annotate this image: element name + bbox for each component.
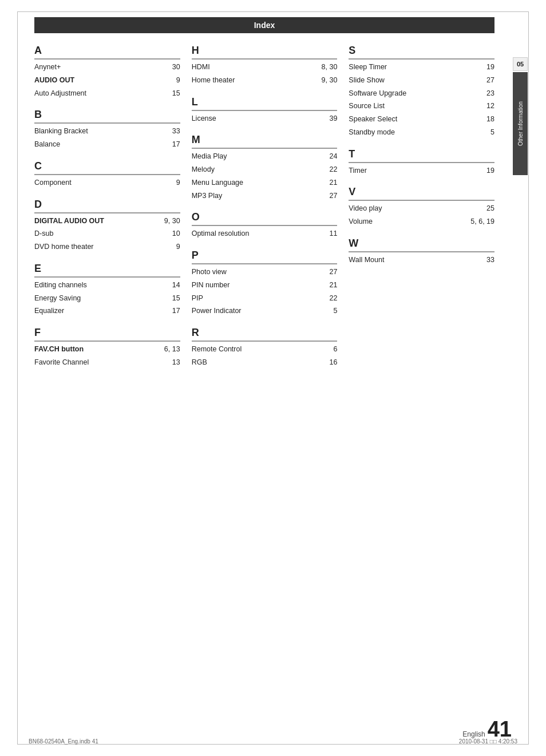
section-a: A: [34, 45, 180, 60]
table-row: Anynet+30: [34, 61, 180, 74]
table-row: Optimal resolution11: [192, 227, 338, 240]
table-row: Auto Adjustment15: [34, 87, 180, 100]
side-tab-label: Other Information: [513, 72, 528, 175]
table-row: Media Play24: [192, 150, 338, 163]
border-right: [528, 11, 529, 745]
table-row: MP3 Play27: [192, 189, 338, 203]
main-content: Index A Anynet+30 AUDIO OUT9 Auto Adjust…: [0, 0, 546, 403]
section-r: R: [192, 327, 338, 342]
table-row: FAV.CH button6, 13: [34, 343, 180, 356]
table-row: Sleep Timer19: [349, 61, 494, 74]
table-row: Equalizer17: [34, 304, 180, 318]
table-row: Energy Saving15: [34, 292, 180, 305]
table-row: Software Upgrade23: [349, 87, 494, 100]
table-row: HDMI8, 30: [192, 61, 338, 74]
table-row: DVD home theater9: [34, 240, 180, 254]
table-row: Component9: [34, 176, 180, 189]
table-row: D-sub10: [34, 227, 180, 240]
section-t: T: [349, 148, 494, 163]
index-title: Index: [34, 17, 494, 33]
section-c: C: [34, 160, 180, 175]
table-row: PIP22: [192, 292, 338, 305]
section-o: O: [192, 211, 338, 226]
section-f: F: [34, 327, 180, 342]
section-l: L: [192, 96, 338, 111]
table-row: RGB16: [192, 356, 338, 369]
side-tab-number: 05: [513, 57, 528, 71]
side-tab-wrapper: 05 Other Information: [513, 57, 528, 175]
footer-left: BN68-02540A_Eng.indb 41: [29, 738, 98, 745]
table-row: Editing channels14: [34, 279, 180, 292]
column-1: A Anynet+30 AUDIO OUT9 Auto Adjustment15…: [34, 45, 192, 369]
table-row: AUDIO OUT9: [34, 74, 180, 87]
table-row: Timer19: [349, 164, 494, 177]
page: 05 Other Information Index A Anynet+30 A…: [0, 0, 546, 756]
table-row: PIN number21: [192, 279, 338, 292]
column-3: S Sleep Timer19 Slide Show27 Software Up…: [349, 45, 494, 369]
column-2: H HDMI8, 30 Home theater9, 30 L License3…: [192, 45, 349, 369]
table-row: Wall Mount33: [349, 254, 494, 267]
table-row: Favorite Channel13: [34, 356, 180, 369]
section-w: W: [349, 238, 494, 252]
section-h: H: [192, 45, 338, 60]
section-p: P: [192, 250, 338, 264]
table-row: Volume5, 6, 19: [349, 215, 494, 228]
table-row: Source List12: [349, 100, 494, 113]
table-row: Standby mode5: [349, 126, 494, 139]
table-row: Photo view27: [192, 266, 338, 279]
table-row: Power Indicator5: [192, 304, 338, 318]
table-row: DIGITAL AUDIO OUT9, 30: [34, 215, 180, 228]
page-footer: BN68-02540A_Eng.indb 41 2010-08-31 □□ 4:…: [29, 738, 517, 745]
english-label: English: [462, 730, 485, 738]
section-e: E: [34, 263, 180, 278]
table-row: Slide Show27: [349, 74, 494, 87]
page-number: 41: [488, 718, 512, 740]
border-left: [17, 11, 18, 745]
table-row: Remote Control6: [192, 343, 338, 356]
table-row: Home theater9, 30: [192, 74, 338, 87]
section-v: V: [349, 186, 494, 201]
section-s: S: [349, 45, 494, 60]
border-top: [17, 11, 529, 12]
table-row: Balance17: [34, 138, 180, 151]
table-row: Video play25: [349, 202, 494, 215]
index-columns: A Anynet+30 AUDIO OUT9 Auto Adjustment15…: [34, 45, 494, 369]
section-b: B: [34, 109, 180, 124]
section-d: D: [34, 199, 180, 213]
table-row: Melody22: [192, 163, 338, 176]
table-row: Menu Language21: [192, 176, 338, 189]
section-m: M: [192, 134, 338, 149]
table-row: Blanking Bracket33: [34, 125, 180, 138]
page-number-area: English 41: [462, 718, 512, 740]
table-row: Speaker Select18: [349, 113, 494, 126]
table-row: License39: [192, 112, 338, 125]
